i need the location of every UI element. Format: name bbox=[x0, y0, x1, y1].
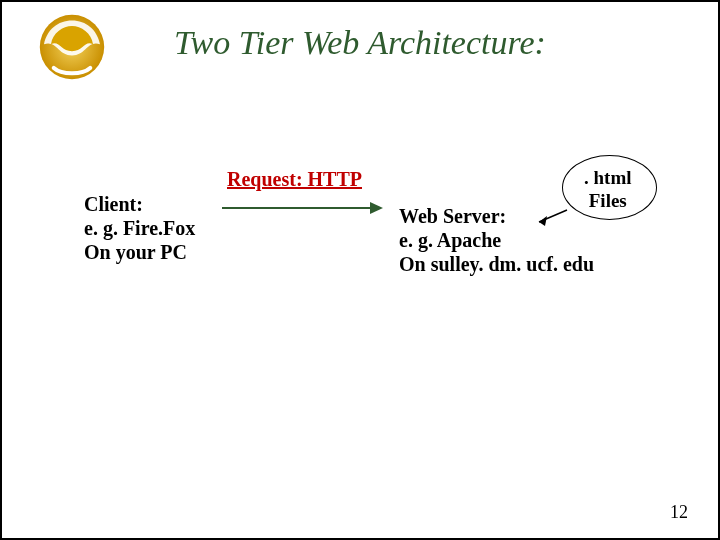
page-number: 12 bbox=[670, 502, 688, 523]
files-label: . html Files bbox=[584, 167, 632, 213]
files-connector-arrow bbox=[529, 208, 569, 230]
svg-marker-2 bbox=[370, 202, 383, 214]
slide-frame: Two Tier Web Architecture: Request: HTTP… bbox=[0, 0, 720, 540]
client-label: Client: e. g. Fire.Fox On your PC bbox=[84, 192, 195, 264]
request-label: Request: HTTP bbox=[227, 167, 362, 191]
slide-title: Two Tier Web Architecture: bbox=[2, 24, 718, 62]
request-arrow bbox=[220, 198, 385, 218]
